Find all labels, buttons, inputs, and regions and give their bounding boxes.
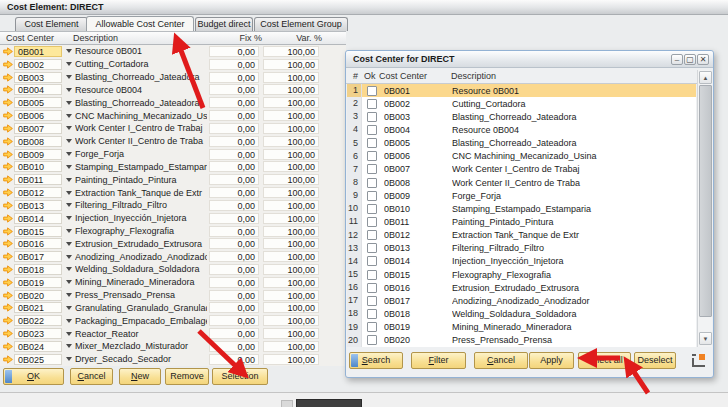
link-arrow-icon[interactable] bbox=[3, 265, 14, 274]
description-cell[interactable]: Blasting_Chorreado_Jateadora bbox=[75, 72, 207, 82]
popup-cost-center-cell[interactable]: 0B014 bbox=[384, 256, 452, 266]
popup-description-cell[interactable]: Painting_Pintado_Pintura bbox=[452, 217, 696, 227]
description-cell[interactable]: Cutting_Cortadora bbox=[75, 59, 207, 69]
link-arrow-icon[interactable] bbox=[3, 73, 14, 82]
popup-cancel-button[interactable]: Cancel bbox=[474, 352, 528, 369]
fix-pct-cell[interactable]: 0,00 bbox=[209, 84, 259, 95]
table-row[interactable]: 0B008Work Center II_Centro de Traba0,001… bbox=[0, 135, 346, 148]
table-row[interactable]: 0B019Mining_Minerado_Mineradora0,00100,0… bbox=[0, 276, 346, 289]
dropdown-icon[interactable] bbox=[66, 216, 72, 220]
link-arrow-icon[interactable] bbox=[3, 239, 14, 248]
cancel-button[interactable]: Cancel bbox=[70, 368, 113, 385]
ok-checkbox[interactable] bbox=[367, 335, 377, 345]
fix-pct-cell[interactable]: 0,00 bbox=[209, 315, 259, 326]
description-cell[interactable]: Filtering_Filtrado_Filtro bbox=[75, 200, 207, 210]
tab-allowable-cost-center[interactable]: Allowable Cost Center bbox=[86, 16, 194, 32]
dropdown-icon[interactable] bbox=[66, 126, 72, 130]
dropdown-icon[interactable] bbox=[66, 319, 72, 323]
description-cell[interactable]: Work Center I_Centro de Trabaj bbox=[75, 123, 207, 133]
popup-cost-center-cell[interactable]: 0B006 bbox=[384, 151, 452, 161]
table-row[interactable]: 0B018Welding_Soldadura_Soldadora0,00100,… bbox=[0, 263, 346, 276]
popup-description-cell[interactable]: Cutting_Cortadora bbox=[452, 99, 696, 109]
ok-checkbox[interactable] bbox=[367, 125, 377, 135]
popup-description-cell[interactable]: Injection_Inyección_Injetora bbox=[452, 256, 696, 266]
ok-checkbox[interactable] bbox=[367, 112, 377, 122]
popup-cost-center-cell[interactable]: 0B010 bbox=[384, 204, 452, 214]
dropdown-icon[interactable] bbox=[66, 242, 72, 246]
deselect-button[interactable]: Deselect bbox=[634, 352, 676, 369]
resize-grip-icon[interactable] bbox=[692, 354, 705, 367]
popup-table-row[interactable]: 110B011Painting_Pintado_Pintura bbox=[347, 215, 696, 228]
tab-cost-element-group[interactable]: Cost Element Group bbox=[254, 17, 348, 31]
link-arrow-icon[interactable] bbox=[3, 201, 14, 210]
ok-checkbox[interactable] bbox=[367, 283, 377, 293]
ok-checkbox[interactable] bbox=[367, 322, 377, 332]
fix-pct-cell[interactable]: 0,00 bbox=[209, 59, 259, 70]
popup-description-cell[interactable]: Filtering_Filtrado_Filtro bbox=[452, 243, 696, 253]
link-arrow-icon[interactable] bbox=[3, 175, 14, 184]
popup-cost-center-cell[interactable]: 0B015 bbox=[384, 270, 452, 280]
fix-pct-cell[interactable]: 0,00 bbox=[209, 174, 259, 185]
link-arrow-icon[interactable] bbox=[3, 60, 14, 69]
popup-table-row[interactable]: 120B012Extraction Tank_Tanque de Extr bbox=[347, 229, 696, 242]
table-row[interactable]: 0B021Granulating_Granulado_Granulado0,00… bbox=[0, 302, 346, 315]
link-arrow-icon[interactable] bbox=[3, 150, 14, 159]
var-pct-cell[interactable]: 100,00 bbox=[263, 174, 319, 185]
dropdown-icon[interactable] bbox=[66, 178, 72, 182]
dropdown-icon[interactable] bbox=[66, 357, 72, 361]
cost-center-cell[interactable]: 0B016 bbox=[14, 238, 62, 249]
ok-checkbox[interactable] bbox=[367, 191, 377, 201]
description-cell[interactable]: CNC Machining_Mecanizado_Usina bbox=[75, 111, 207, 121]
popup-cost-center-cell[interactable]: 0B001 bbox=[384, 86, 452, 96]
table-row[interactable]: 0B009Forge_Forja0,00100,00 bbox=[0, 148, 346, 161]
dropdown-icon[interactable] bbox=[66, 62, 72, 66]
popup-description-cell[interactable]: Resource 0B004 bbox=[452, 125, 696, 135]
cost-center-cell[interactable]: 0B018 bbox=[14, 264, 62, 275]
table-row[interactable]: 0B017Anodizing_Anodizado_Anodizador0,001… bbox=[0, 250, 346, 263]
popup-table-row[interactable]: 160B016Extrusion_Extrudado_Extrusora bbox=[347, 281, 696, 294]
fix-pct-cell[interactable]: 0,00 bbox=[209, 238, 259, 249]
var-pct-cell[interactable]: 100,00 bbox=[263, 264, 319, 275]
popup-cost-center-cell[interactable]: 0B019 bbox=[384, 322, 452, 332]
ok-checkbox[interactable] bbox=[367, 256, 377, 266]
description-cell[interactable]: Painting_Pintado_Pintura bbox=[75, 175, 207, 185]
table-row[interactable]: 0B004Resource 0B0040,00100,00 bbox=[0, 83, 346, 96]
popup-cost-center-cell[interactable]: 0B013 bbox=[384, 243, 452, 253]
fix-pct-cell[interactable]: 0,00 bbox=[209, 341, 259, 352]
ok-checkbox[interactable] bbox=[367, 178, 377, 188]
link-arrow-icon[interactable] bbox=[3, 303, 14, 312]
fix-pct-cell[interactable]: 0,00 bbox=[209, 264, 259, 275]
cost-center-cell[interactable]: 0B001 bbox=[14, 46, 62, 57]
popup-cost-center-cell[interactable]: 0B005 bbox=[384, 138, 452, 148]
description-cell[interactable]: Resource 0B001 bbox=[75, 46, 207, 56]
popup-cost-center-cell[interactable]: 0B018 bbox=[384, 309, 452, 319]
description-cell[interactable]: Forge_Forja bbox=[75, 149, 207, 159]
popup-description-cell[interactable]: Anodizing_Anodizado_Anodizador bbox=[452, 296, 696, 306]
popup-cost-center-cell[interactable]: 0B009 bbox=[384, 191, 452, 201]
popup-description-cell[interactable]: Blasting_Chorreado_Jateadora bbox=[452, 112, 696, 122]
popup-table-row[interactable]: 200B020Press_Prensado_Prensa bbox=[347, 334, 696, 347]
popup-cost-center-cell[interactable]: 0B007 bbox=[384, 164, 452, 174]
table-row[interactable]: 0B016Extrusion_Extrudado_Extrusora0,0010… bbox=[0, 237, 346, 250]
cost-center-cell[interactable]: 0B017 bbox=[14, 251, 62, 262]
var-pct-cell[interactable]: 100,00 bbox=[263, 136, 319, 147]
fix-pct-cell[interactable]: 0,00 bbox=[209, 123, 259, 134]
description-cell[interactable]: Blasting_Chorreado_Jateadora bbox=[75, 98, 207, 108]
table-row[interactable]: 0B011Painting_Pintado_Pintura0,00100,00 bbox=[0, 173, 346, 186]
var-pct-cell[interactable]: 100,00 bbox=[263, 72, 319, 83]
description-cell[interactable]: Anodizing_Anodizado_Anodizador bbox=[75, 252, 207, 262]
fix-pct-cell[interactable]: 0,00 bbox=[209, 46, 259, 57]
cost-center-cell[interactable]: 0B007 bbox=[14, 123, 62, 134]
fix-pct-cell[interactable]: 0,00 bbox=[209, 213, 259, 224]
table-row[interactable]: 0B003Blasting_Chorreado_Jateadora0,00100… bbox=[0, 71, 346, 84]
dropdown-icon[interactable] bbox=[66, 101, 72, 105]
ok-checkbox[interactable] bbox=[367, 296, 377, 306]
var-pct-cell[interactable]: 100,00 bbox=[263, 251, 319, 262]
popup-table-row[interactable]: 100B010Stamping_Estampado_Estamparia bbox=[347, 202, 696, 215]
dropdown-icon[interactable] bbox=[66, 152, 72, 156]
fix-pct-cell[interactable]: 0,00 bbox=[209, 354, 259, 365]
table-row[interactable]: 0B015Flexography_Flexografia0,00100,00 bbox=[0, 225, 346, 238]
table-row[interactable]: 0B005Blasting_Chorreado_Jateadora0,00100… bbox=[0, 96, 346, 109]
link-arrow-icon[interactable] bbox=[3, 227, 14, 236]
link-arrow-icon[interactable] bbox=[3, 278, 14, 287]
